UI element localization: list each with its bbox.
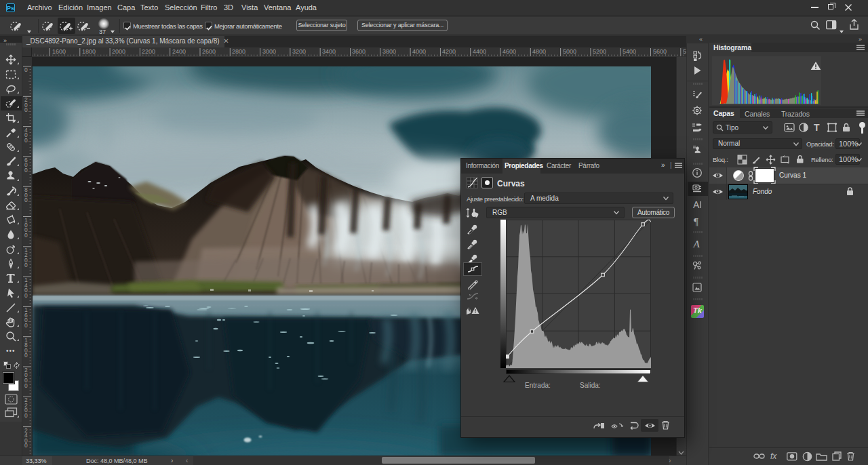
svg-text:0: 0 <box>24 232 28 239</box>
svg-text:A: A <box>693 239 701 249</box>
svg-text:2400: 2400 <box>172 48 186 55</box>
svg-text:4600: 4600 <box>502 48 516 55</box>
svg-text:0: 0 <box>24 197 28 203</box>
svg-text:0: 0 <box>24 262 28 268</box>
svg-text:0: 0 <box>24 137 28 144</box>
svg-text:0: 0 <box>24 167 28 174</box>
svg-text:0: 0 <box>24 292 28 299</box>
svg-text:¶: ¶ <box>694 216 698 227</box>
svg-text:0: 0 <box>24 412 28 419</box>
svg-text:0: 0 <box>24 352 28 359</box>
svg-text:4200: 4200 <box>442 48 456 55</box>
svg-text:4800: 4800 <box>532 48 546 55</box>
svg-text:5600: 5600 <box>653 48 667 55</box>
svg-text:0: 0 <box>24 66 28 73</box>
svg-text:3000: 3000 <box>262 48 276 55</box>
svg-text:4400: 4400 <box>473 48 486 55</box>
svg-text:0: 0 <box>24 106 28 113</box>
svg-text:5200: 5200 <box>593 48 606 55</box>
svg-text:A: A <box>693 199 700 210</box>
svg-text:2800: 2800 <box>232 48 245 55</box>
svg-text:0: 0 <box>24 442 28 449</box>
svg-text:4000: 4000 <box>412 48 426 55</box>
svg-text:0: 0 <box>24 382 28 389</box>
svg-text:1800: 1800 <box>82 48 96 55</box>
svg-text:2000: 2000 <box>112 48 125 55</box>
svg-text:2200: 2200 <box>142 48 155 55</box>
svg-text:3600: 3600 <box>352 48 366 55</box>
svg-text:3200: 3200 <box>292 48 306 55</box>
svg-text:5000: 5000 <box>563 48 576 55</box>
svg-text:1600: 1600 <box>52 48 66 55</box>
svg-text:5400: 5400 <box>623 48 636 55</box>
svg-text:3800: 3800 <box>382 48 396 55</box>
svg-text:0: 0 <box>24 322 28 329</box>
svg-text:3400: 3400 <box>322 48 336 55</box>
svg-text:2600: 2600 <box>202 48 216 55</box>
